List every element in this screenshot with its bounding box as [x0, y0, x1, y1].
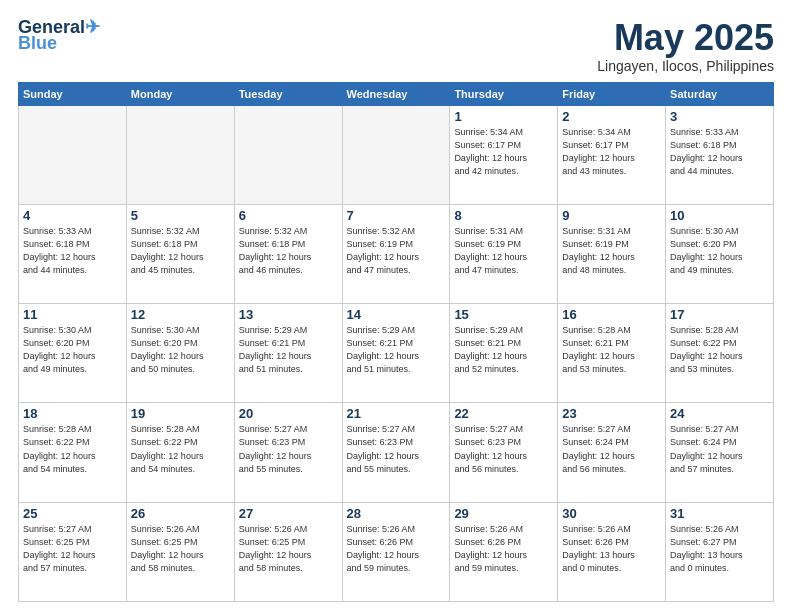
header: General✈ Blue May 2025 Lingayen, Ilocos,…	[18, 18, 774, 74]
day-number: 28	[347, 506, 446, 521]
calendar-cell: 21Sunrise: 5:27 AM Sunset: 6:23 PM Dayli…	[342, 403, 450, 502]
day-info: Sunrise: 5:30 AM Sunset: 6:20 PM Dayligh…	[23, 324, 122, 376]
calendar-cell: 12Sunrise: 5:30 AM Sunset: 6:20 PM Dayli…	[126, 304, 234, 403]
day-info: Sunrise: 5:26 AM Sunset: 6:26 PM Dayligh…	[347, 523, 446, 575]
day-info: Sunrise: 5:32 AM Sunset: 6:19 PM Dayligh…	[347, 225, 446, 277]
day-info: Sunrise: 5:26 AM Sunset: 6:26 PM Dayligh…	[562, 523, 661, 575]
calendar-cell: 20Sunrise: 5:27 AM Sunset: 6:23 PM Dayli…	[234, 403, 342, 502]
day-info: Sunrise: 5:27 AM Sunset: 6:23 PM Dayligh…	[239, 423, 338, 475]
week-row-5: 25Sunrise: 5:27 AM Sunset: 6:25 PM Dayli…	[19, 502, 774, 601]
day-info: Sunrise: 5:33 AM Sunset: 6:18 PM Dayligh…	[670, 126, 769, 178]
day-number: 6	[239, 208, 338, 223]
day-info: Sunrise: 5:31 AM Sunset: 6:19 PM Dayligh…	[454, 225, 553, 277]
calendar-cell: 28Sunrise: 5:26 AM Sunset: 6:26 PM Dayli…	[342, 502, 450, 601]
day-number: 17	[670, 307, 769, 322]
day-info: Sunrise: 5:29 AM Sunset: 6:21 PM Dayligh…	[347, 324, 446, 376]
day-number: 20	[239, 406, 338, 421]
calendar-cell: 30Sunrise: 5:26 AM Sunset: 6:26 PM Dayli…	[558, 502, 666, 601]
calendar-cell: 13Sunrise: 5:29 AM Sunset: 6:21 PM Dayli…	[234, 304, 342, 403]
calendar-cell: 15Sunrise: 5:29 AM Sunset: 6:21 PM Dayli…	[450, 304, 558, 403]
day-number: 12	[131, 307, 230, 322]
calendar-cell	[126, 105, 234, 204]
day-info: Sunrise: 5:26 AM Sunset: 6:25 PM Dayligh…	[131, 523, 230, 575]
day-number: 4	[23, 208, 122, 223]
weekday-header-wednesday: Wednesday	[342, 82, 450, 105]
day-info: Sunrise: 5:27 AM Sunset: 6:24 PM Dayligh…	[670, 423, 769, 475]
day-number: 9	[562, 208, 661, 223]
day-info: Sunrise: 5:30 AM Sunset: 6:20 PM Dayligh…	[670, 225, 769, 277]
day-info: Sunrise: 5:31 AM Sunset: 6:19 PM Dayligh…	[562, 225, 661, 277]
day-number: 13	[239, 307, 338, 322]
calendar-cell: 23Sunrise: 5:27 AM Sunset: 6:24 PM Dayli…	[558, 403, 666, 502]
calendar-cell	[19, 105, 127, 204]
week-row-3: 11Sunrise: 5:30 AM Sunset: 6:20 PM Dayli…	[19, 304, 774, 403]
page: General✈ Blue May 2025 Lingayen, Ilocos,…	[0, 0, 792, 612]
day-number: 10	[670, 208, 769, 223]
day-info: Sunrise: 5:28 AM Sunset: 6:22 PM Dayligh…	[23, 423, 122, 475]
day-info: Sunrise: 5:30 AM Sunset: 6:20 PM Dayligh…	[131, 324, 230, 376]
day-number: 16	[562, 307, 661, 322]
weekday-header-row: SundayMondayTuesdayWednesdayThursdayFrid…	[19, 82, 774, 105]
day-number: 21	[347, 406, 446, 421]
week-row-1: 1Sunrise: 5:34 AM Sunset: 6:17 PM Daylig…	[19, 105, 774, 204]
weekday-header-monday: Monday	[126, 82, 234, 105]
calendar-cell: 11Sunrise: 5:30 AM Sunset: 6:20 PM Dayli…	[19, 304, 127, 403]
calendar-cell: 18Sunrise: 5:28 AM Sunset: 6:22 PM Dayli…	[19, 403, 127, 502]
day-info: Sunrise: 5:32 AM Sunset: 6:18 PM Dayligh…	[239, 225, 338, 277]
calendar-cell: 16Sunrise: 5:28 AM Sunset: 6:21 PM Dayli…	[558, 304, 666, 403]
calendar-cell: 5Sunrise: 5:32 AM Sunset: 6:18 PM Daylig…	[126, 204, 234, 303]
day-number: 23	[562, 406, 661, 421]
location: Lingayen, Ilocos, Philippines	[597, 58, 774, 74]
day-number: 2	[562, 109, 661, 124]
calendar-cell: 26Sunrise: 5:26 AM Sunset: 6:25 PM Dayli…	[126, 502, 234, 601]
day-number: 14	[347, 307, 446, 322]
day-number: 18	[23, 406, 122, 421]
calendar-cell: 14Sunrise: 5:29 AM Sunset: 6:21 PM Dayli…	[342, 304, 450, 403]
week-row-4: 18Sunrise: 5:28 AM Sunset: 6:22 PM Dayli…	[19, 403, 774, 502]
day-info: Sunrise: 5:28 AM Sunset: 6:22 PM Dayligh…	[670, 324, 769, 376]
day-info: Sunrise: 5:29 AM Sunset: 6:21 PM Dayligh…	[239, 324, 338, 376]
day-info: Sunrise: 5:26 AM Sunset: 6:26 PM Dayligh…	[454, 523, 553, 575]
day-number: 30	[562, 506, 661, 521]
day-number: 1	[454, 109, 553, 124]
week-row-2: 4Sunrise: 5:33 AM Sunset: 6:18 PM Daylig…	[19, 204, 774, 303]
title-area: May 2025 Lingayen, Ilocos, Philippines	[597, 18, 774, 74]
day-info: Sunrise: 5:34 AM Sunset: 6:17 PM Dayligh…	[562, 126, 661, 178]
day-number: 19	[131, 406, 230, 421]
day-number: 5	[131, 208, 230, 223]
day-number: 29	[454, 506, 553, 521]
calendar-cell: 3Sunrise: 5:33 AM Sunset: 6:18 PM Daylig…	[666, 105, 774, 204]
calendar-cell: 24Sunrise: 5:27 AM Sunset: 6:24 PM Dayli…	[666, 403, 774, 502]
day-number: 15	[454, 307, 553, 322]
day-info: Sunrise: 5:32 AM Sunset: 6:18 PM Dayligh…	[131, 225, 230, 277]
weekday-header-tuesday: Tuesday	[234, 82, 342, 105]
day-info: Sunrise: 5:27 AM Sunset: 6:25 PM Dayligh…	[23, 523, 122, 575]
calendar-cell	[234, 105, 342, 204]
day-info: Sunrise: 5:34 AM Sunset: 6:17 PM Dayligh…	[454, 126, 553, 178]
calendar-cell: 25Sunrise: 5:27 AM Sunset: 6:25 PM Dayli…	[19, 502, 127, 601]
day-number: 8	[454, 208, 553, 223]
day-number: 22	[454, 406, 553, 421]
day-number: 7	[347, 208, 446, 223]
day-info: Sunrise: 5:28 AM Sunset: 6:22 PM Dayligh…	[131, 423, 230, 475]
calendar-cell: 31Sunrise: 5:26 AM Sunset: 6:27 PM Dayli…	[666, 502, 774, 601]
day-number: 25	[23, 506, 122, 521]
month-year: May 2025	[597, 18, 774, 58]
calendar-cell: 6Sunrise: 5:32 AM Sunset: 6:18 PM Daylig…	[234, 204, 342, 303]
weekday-header-sunday: Sunday	[19, 82, 127, 105]
calendar-cell: 19Sunrise: 5:28 AM Sunset: 6:22 PM Dayli…	[126, 403, 234, 502]
day-number: 27	[239, 506, 338, 521]
day-info: Sunrise: 5:27 AM Sunset: 6:23 PM Dayligh…	[454, 423, 553, 475]
day-info: Sunrise: 5:26 AM Sunset: 6:25 PM Dayligh…	[239, 523, 338, 575]
calendar-cell: 10Sunrise: 5:30 AM Sunset: 6:20 PM Dayli…	[666, 204, 774, 303]
day-number: 24	[670, 406, 769, 421]
calendar-cell: 7Sunrise: 5:32 AM Sunset: 6:19 PM Daylig…	[342, 204, 450, 303]
day-number: 3	[670, 109, 769, 124]
calendar-cell: 4Sunrise: 5:33 AM Sunset: 6:18 PM Daylig…	[19, 204, 127, 303]
logo: General✈ Blue	[18, 18, 100, 52]
calendar-table: SundayMondayTuesdayWednesdayThursdayFrid…	[18, 82, 774, 602]
calendar-cell: 29Sunrise: 5:26 AM Sunset: 6:26 PM Dayli…	[450, 502, 558, 601]
day-number: 26	[131, 506, 230, 521]
calendar-cell: 1Sunrise: 5:34 AM Sunset: 6:17 PM Daylig…	[450, 105, 558, 204]
day-info: Sunrise: 5:27 AM Sunset: 6:24 PM Dayligh…	[562, 423, 661, 475]
